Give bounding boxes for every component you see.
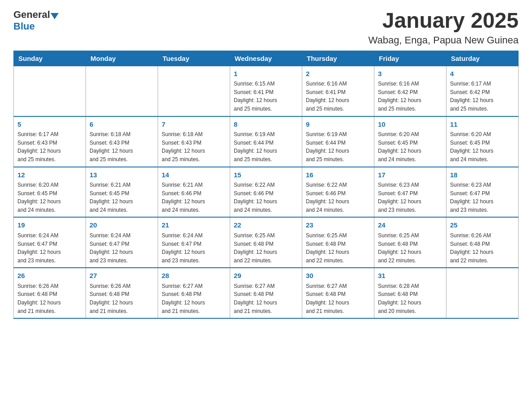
logo-triangle-icon bbox=[51, 13, 59, 19]
day-info: Sunrise: 6:23 AM Sunset: 6:47 PM Dayligh… bbox=[450, 181, 515, 214]
day-info: Sunrise: 6:27 AM Sunset: 6:48 PM Dayligh… bbox=[234, 282, 298, 315]
day-info: Sunrise: 6:19 AM Sunset: 6:44 PM Dayligh… bbox=[306, 130, 370, 163]
day-number: 13 bbox=[90, 170, 154, 180]
calendar-day-9: 9Sunrise: 6:19 AM Sunset: 6:44 PM Daylig… bbox=[302, 116, 374, 167]
day-info: Sunrise: 6:27 AM Sunset: 6:48 PM Dayligh… bbox=[306, 282, 370, 315]
day-info: Sunrise: 6:27 AM Sunset: 6:48 PM Dayligh… bbox=[162, 282, 226, 315]
calendar-week-3: 12Sunrise: 6:20 AM Sunset: 6:45 PM Dayli… bbox=[14, 167, 519, 218]
page-header: General Blue January 2025 Wabag, Enga, P… bbox=[13, 9, 519, 46]
calendar-day-22: 22Sunrise: 6:25 AM Sunset: 6:48 PM Dayli… bbox=[230, 217, 302, 268]
day-number: 8 bbox=[234, 120, 298, 130]
day-number: 7 bbox=[162, 120, 226, 130]
calendar-day-30: 30Sunrise: 6:27 AM Sunset: 6:48 PM Dayli… bbox=[302, 268, 374, 318]
day-info: Sunrise: 6:16 AM Sunset: 6:41 PM Dayligh… bbox=[306, 80, 370, 113]
day-info: Sunrise: 6:20 AM Sunset: 6:45 PM Dayligh… bbox=[378, 130, 442, 163]
day-number: 6 bbox=[90, 120, 154, 130]
day-number: 5 bbox=[17, 120, 82, 130]
logo-general-text: General bbox=[13, 9, 50, 21]
weekday-header-thursday: Thursday bbox=[302, 51, 374, 66]
weekday-header-monday: Monday bbox=[86, 51, 158, 66]
calendar-day-28: 28Sunrise: 6:27 AM Sunset: 6:48 PM Dayli… bbox=[158, 268, 230, 318]
calendar-day-13: 13Sunrise: 6:21 AM Sunset: 6:45 PM Dayli… bbox=[86, 167, 158, 218]
day-number: 15 bbox=[234, 170, 298, 180]
day-info: Sunrise: 6:26 AM Sunset: 6:48 PM Dayligh… bbox=[90, 282, 154, 315]
logo-blue-text: Blue bbox=[13, 21, 35, 32]
day-number: 16 bbox=[306, 170, 370, 180]
calendar-day-3: 3Sunrise: 6:16 AM Sunset: 6:42 PM Daylig… bbox=[374, 66, 446, 116]
day-number: 2 bbox=[306, 69, 370, 79]
day-info: Sunrise: 6:20 AM Sunset: 6:45 PM Dayligh… bbox=[17, 181, 82, 214]
day-number: 24 bbox=[378, 220, 442, 231]
calendar-day-16: 16Sunrise: 6:22 AM Sunset: 6:46 PM Dayli… bbox=[302, 167, 374, 218]
calendar-day-20: 20Sunrise: 6:24 AM Sunset: 6:47 PM Dayli… bbox=[86, 217, 158, 268]
calendar-day-5: 5Sunrise: 6:17 AM Sunset: 6:43 PM Daylig… bbox=[14, 116, 86, 167]
month-title: January 2025 bbox=[368, 9, 519, 33]
calendar-day-1: 1Sunrise: 6:15 AM Sunset: 6:41 PM Daylig… bbox=[230, 66, 302, 116]
calendar-header-row: SundayMondayTuesdayWednesdayThursdayFrid… bbox=[14, 51, 519, 66]
day-info: Sunrise: 6:24 AM Sunset: 6:47 PM Dayligh… bbox=[162, 231, 226, 265]
day-number: 29 bbox=[234, 271, 298, 281]
day-info: Sunrise: 6:26 AM Sunset: 6:48 PM Dayligh… bbox=[17, 282, 82, 315]
calendar-week-4: 19Sunrise: 6:24 AM Sunset: 6:47 PM Dayli… bbox=[14, 217, 519, 268]
day-info: Sunrise: 6:17 AM Sunset: 6:43 PM Dayligh… bbox=[17, 130, 82, 163]
calendar-day-23: 23Sunrise: 6:25 AM Sunset: 6:48 PM Dayli… bbox=[302, 217, 374, 268]
calendar-day-empty bbox=[14, 66, 86, 116]
day-info: Sunrise: 6:25 AM Sunset: 6:48 PM Dayligh… bbox=[378, 231, 442, 265]
calendar-day-18: 18Sunrise: 6:23 AM Sunset: 6:47 PM Dayli… bbox=[446, 167, 519, 218]
calendar-day-19: 19Sunrise: 6:24 AM Sunset: 6:47 PM Dayli… bbox=[14, 217, 86, 268]
weekday-header-sunday: Sunday bbox=[14, 51, 86, 66]
calendar-day-8: 8Sunrise: 6:19 AM Sunset: 6:44 PM Daylig… bbox=[230, 116, 302, 167]
day-number: 12 bbox=[17, 170, 82, 180]
calendar-day-31: 31Sunrise: 6:28 AM Sunset: 6:48 PM Dayli… bbox=[374, 268, 446, 318]
day-info: Sunrise: 6:15 AM Sunset: 6:41 PM Dayligh… bbox=[234, 80, 298, 113]
weekday-header-saturday: Saturday bbox=[446, 51, 519, 66]
calendar-day-6: 6Sunrise: 6:18 AM Sunset: 6:43 PM Daylig… bbox=[86, 116, 158, 167]
day-info: Sunrise: 6:22 AM Sunset: 6:46 PM Dayligh… bbox=[306, 181, 370, 214]
day-info: Sunrise: 6:16 AM Sunset: 6:42 PM Dayligh… bbox=[378, 80, 442, 113]
day-info: Sunrise: 6:28 AM Sunset: 6:48 PM Dayligh… bbox=[378, 282, 442, 315]
weekday-header-friday: Friday bbox=[374, 51, 446, 66]
calendar-week-1: 1Sunrise: 6:15 AM Sunset: 6:41 PM Daylig… bbox=[14, 66, 519, 116]
day-info: Sunrise: 6:26 AM Sunset: 6:48 PM Dayligh… bbox=[450, 231, 515, 265]
calendar-day-empty bbox=[446, 268, 519, 318]
calendar-day-7: 7Sunrise: 6:18 AM Sunset: 6:43 PM Daylig… bbox=[158, 116, 230, 167]
calendar-day-11: 11Sunrise: 6:20 AM Sunset: 6:45 PM Dayli… bbox=[446, 116, 519, 167]
day-info: Sunrise: 6:24 AM Sunset: 6:47 PM Dayligh… bbox=[90, 231, 154, 265]
calendar-day-27: 27Sunrise: 6:26 AM Sunset: 6:48 PM Dayli… bbox=[86, 268, 158, 318]
day-number: 17 bbox=[378, 170, 442, 180]
day-number: 3 bbox=[378, 69, 442, 79]
day-info: Sunrise: 6:18 AM Sunset: 6:43 PM Dayligh… bbox=[162, 130, 226, 163]
calendar-day-29: 29Sunrise: 6:27 AM Sunset: 6:48 PM Dayli… bbox=[230, 268, 302, 318]
weekday-header-wednesday: Wednesday bbox=[230, 51, 302, 66]
day-number: 10 bbox=[378, 120, 442, 130]
calendar-day-26: 26Sunrise: 6:26 AM Sunset: 6:48 PM Dayli… bbox=[14, 268, 86, 318]
day-number: 14 bbox=[162, 170, 226, 180]
day-info: Sunrise: 6:21 AM Sunset: 6:46 PM Dayligh… bbox=[162, 181, 226, 214]
calendar-day-17: 17Sunrise: 6:23 AM Sunset: 6:47 PM Dayli… bbox=[374, 167, 446, 218]
day-number: 11 bbox=[450, 120, 515, 130]
day-info: Sunrise: 6:17 AM Sunset: 6:42 PM Dayligh… bbox=[450, 80, 515, 113]
day-number: 22 bbox=[234, 220, 298, 231]
day-number: 18 bbox=[450, 170, 515, 180]
location-title: Wabag, Enga, Papua New Guinea bbox=[368, 34, 519, 46]
day-info: Sunrise: 6:18 AM Sunset: 6:43 PM Dayligh… bbox=[90, 130, 154, 163]
calendar-day-25: 25Sunrise: 6:26 AM Sunset: 6:48 PM Dayli… bbox=[446, 217, 519, 268]
day-info: Sunrise: 6:25 AM Sunset: 6:48 PM Dayligh… bbox=[234, 231, 298, 265]
day-info: Sunrise: 6:25 AM Sunset: 6:48 PM Dayligh… bbox=[306, 231, 370, 265]
calendar-day-14: 14Sunrise: 6:21 AM Sunset: 6:46 PM Dayli… bbox=[158, 167, 230, 218]
calendar-day-12: 12Sunrise: 6:20 AM Sunset: 6:45 PM Dayli… bbox=[14, 167, 86, 218]
calendar-day-10: 10Sunrise: 6:20 AM Sunset: 6:45 PM Dayli… bbox=[374, 116, 446, 167]
logo: General Blue bbox=[13, 9, 59, 32]
calendar-day-empty bbox=[86, 66, 158, 116]
day-number: 21 bbox=[162, 220, 226, 231]
day-number: 27 bbox=[90, 271, 154, 281]
day-info: Sunrise: 6:23 AM Sunset: 6:47 PM Dayligh… bbox=[378, 181, 442, 214]
calendar-table: SundayMondayTuesdayWednesdayThursdayFrid… bbox=[13, 51, 519, 319]
calendar-day-15: 15Sunrise: 6:22 AM Sunset: 6:46 PM Dayli… bbox=[230, 167, 302, 218]
day-number: 31 bbox=[378, 271, 442, 281]
calendar-day-21: 21Sunrise: 6:24 AM Sunset: 6:47 PM Dayli… bbox=[158, 217, 230, 268]
day-number: 1 bbox=[234, 69, 298, 79]
day-info: Sunrise: 6:24 AM Sunset: 6:47 PM Dayligh… bbox=[17, 231, 82, 265]
day-number: 23 bbox=[306, 220, 370, 231]
day-info: Sunrise: 6:20 AM Sunset: 6:45 PM Dayligh… bbox=[450, 130, 515, 163]
